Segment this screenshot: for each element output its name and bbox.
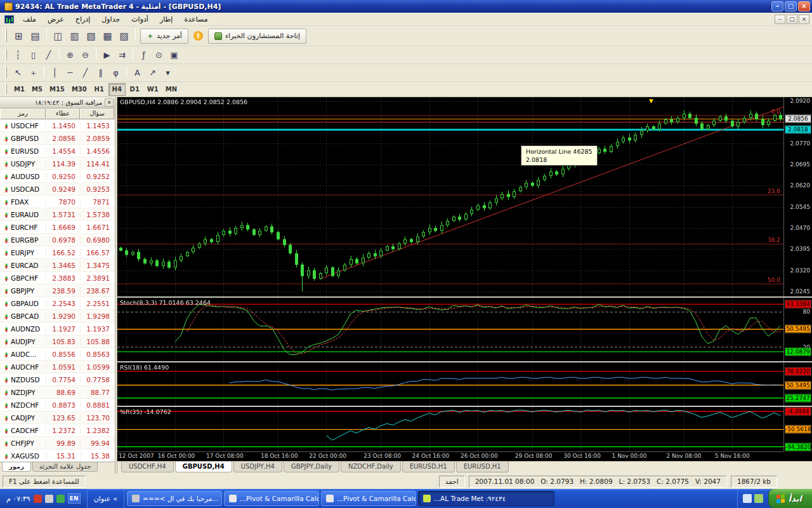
horizontal-line-button[interactable]: ─ — [63, 66, 77, 80]
menu-item-3[interactable]: جداول — [96, 13, 126, 25]
market-watch-row[interactable]: ▲▼EURCAD1.34651.3475 — [0, 259, 115, 272]
timeframe-h1-button[interactable]: H1 — [91, 83, 108, 96]
taskbar-button-0[interactable]: ===< مرحبا بك في ال... — [127, 491, 222, 506]
maximize-button[interactable]: □ — [785, 1, 797, 11]
close-button[interactable]: × — [798, 1, 810, 11]
chart-shift-button[interactable]: ⇉ — [115, 48, 129, 62]
indicators-button[interactable]: ƒ — [136, 48, 151, 62]
market-watch-row[interactable]: ▲▼CADCHF1.23721.2382 — [0, 424, 115, 437]
timeframe-m5-button[interactable]: M5 — [29, 83, 46, 96]
market-watch-close-icon[interactable]: × — [105, 98, 114, 107]
toolbar-grip[interactable] — [5, 50, 7, 61]
market-watch-row[interactable]: ▲▼NZDUSD0.77540.7758 — [0, 373, 115, 386]
quick-launch-icon-1[interactable] — [743, 494, 752, 503]
crosshair-button[interactable]: ＋ — [26, 66, 41, 80]
market-watch-row[interactable]: ▲▼AUDC...0.85560.8563 — [0, 348, 115, 361]
cursor-button[interactable]: ↖ — [11, 66, 25, 80]
market-watch-row[interactable]: ▲▼USDJPY114.39114.41 — [0, 157, 115, 170]
timeframe-h4-button[interactable]: H4 — [108, 83, 126, 96]
market-watch-column-header[interactable]: سؤال — [80, 109, 114, 119]
menu-item-5[interactable]: إطار — [154, 13, 178, 25]
terminal-toggle-button[interactable]: ▦ — [100, 28, 115, 44]
market-watch-row[interactable]: ▲▼XAGUSD15.3115.38 — [0, 450, 115, 462]
chart-tab-1[interactable]: GBPUSD,H4 — [175, 462, 232, 472]
expert-advisors-button[interactable]: إتاحة المستشارون الخبراء — [208, 29, 306, 44]
timeframe-m1-button[interactable]: M1 — [11, 83, 28, 96]
market-watch-row[interactable]: ▲▼GBPJPY238.59238.67 — [0, 284, 115, 297]
strategy-tester-button[interactable]: ▨ — [116, 28, 132, 44]
toolbar-grip[interactable] — [5, 84, 7, 94]
taskbar-button-2[interactable]: ...Pivot & Camarilla Calc — [321, 491, 416, 506]
chart-tab-3[interactable]: GBPJPY,Daily — [284, 462, 339, 472]
market-watch-row[interactable]: ▲▼CADJPY123.65123.70 — [0, 411, 115, 424]
zoom-out-button[interactable]: ⊖ — [78, 48, 93, 62]
market-watch-row[interactable]: ▲▼GBPCAD1.92901.9298 — [0, 310, 115, 323]
market-watch-row[interactable]: ▲▼EURCHF1.66691.6671 — [0, 221, 115, 234]
child-close-button[interactable]: × — [799, 15, 809, 24]
menu-item-1[interactable]: عرض — [42, 13, 70, 25]
market-watch-row[interactable]: ▲▼FDAX78707871 — [0, 196, 115, 208]
time-axis[interactable]: 12 Oct 200716 Oct 00:0017 Oct 08:0018 Oc… — [117, 451, 783, 461]
chart-tab-6[interactable]: EURUSD,H1 — [456, 462, 509, 472]
timeframe-mn-button[interactable]: MN — [162, 83, 180, 96]
navigator-toggle-button[interactable]: ▧ — [83, 28, 99, 44]
main-chart-plot[interactable]: GBPUSD,H4 2.0886 2.0904 2.0852 2.0856 ▼ … — [117, 97, 783, 297]
taskbar-button-3[interactable]: ...AL Trade Met :٩٢٤٣٤ — [418, 491, 554, 506]
line-chart-button[interactable]: ╱ — [41, 48, 56, 62]
rsi-plot[interactable]: RSI(18) 61.4490 — [117, 363, 783, 406]
bar-chart-button[interactable]: ┆ — [11, 48, 25, 62]
market-watch-row[interactable]: ▲▼EURAUD1.57311.5738 — [0, 208, 115, 221]
main-chart-canvas[interactable] — [117, 97, 783, 297]
data-window-button[interactable]: ▥ — [67, 28, 82, 44]
vertical-line-button[interactable]: │ — [48, 66, 62, 80]
periods-button[interactable]: ⊙ — [152, 48, 166, 62]
market-watch-row[interactable]: ▲▼EURUSD1.45541.4556 — [0, 145, 115, 157]
timeframe-w1-button[interactable]: W1 — [144, 83, 162, 96]
market-watch-row[interactable]: ▲▼AUDJPY105.83105.88 — [0, 335, 115, 348]
volume-tray-icon[interactable] — [45, 495, 53, 503]
market-watch-row[interactable]: ▲▼USDCHF1.14501.1453 — [0, 119, 115, 132]
chart-tab-0[interactable]: USDCHF,H4 — [121, 462, 174, 472]
market-watch-column-header[interactable]: عطاء — [46, 109, 80, 119]
market-watch-row[interactable]: ▲▼AUDUSD0.92500.9252 — [0, 170, 115, 183]
market-watch-tab-0[interactable]: رموز — [2, 462, 31, 472]
new-chart-button[interactable]: ⊞ — [11, 28, 27, 44]
zoom-in-button[interactable]: ⊕ — [63, 48, 77, 62]
equidistant-channel-button[interactable]: ∥ — [93, 66, 108, 80]
wpr-plot[interactable]: %R(35) -14.0762 — [117, 407, 783, 451]
menu-item-0[interactable]: ملف — [17, 13, 42, 25]
language-indicator[interactable]: EN — [68, 493, 81, 504]
chart-tab-5[interactable]: EURUSD,H1 — [402, 462, 455, 472]
toolbar-grip[interactable] — [5, 29, 7, 42]
timeframe-m30-button[interactable]: M30 — [69, 83, 90, 96]
trendline-button[interactable]: ╱ — [78, 66, 93, 80]
market-watch-row[interactable]: ▲▼GBPUSD2.08562.0859 — [0, 132, 115, 145]
title-bar[interactable]: 92434: AL Trade MetaTrader 4 - أمثلية - … — [0, 0, 812, 13]
main-chart-scale[interactable]: 2.09202.07702.06952.06202.05452.04702.03… — [783, 97, 812, 297]
candlestick-chart-button[interactable]: ▯ — [26, 48, 41, 62]
timeframe-d1-button[interactable]: D1 — [126, 83, 143, 96]
market-watch-row[interactable]: ▲▼NZDCHF0.88730.8881 — [0, 399, 115, 411]
stoch-scale[interactable]: 93.33848050.54952012.0879 — [783, 298, 812, 361]
menu-item-4[interactable]: أدوات — [126, 13, 154, 25]
williams-r-canvas[interactable] — [117, 407, 783, 451]
templates-button[interactable]: ▣ — [167, 48, 181, 62]
market-watch-column-header[interactable]: رمز — [0, 109, 46, 119]
market-watch-row[interactable]: ▲▼NZDJPY88.6988.77 — [0, 386, 115, 399]
network-tray-icon[interactable] — [56, 495, 65, 503]
quick-launch-icon-2[interactable] — [754, 494, 763, 503]
new-order-button[interactable]: ＋ أمر جديد — [140, 29, 188, 44]
menu-item-2[interactable]: إدراج — [70, 13, 96, 25]
market-watch-tab-1[interactable]: جدول علامة التجزئة — [32, 462, 98, 472]
toolbar-grip[interactable] — [5, 67, 7, 79]
market-watch-row[interactable]: ▲▼GBPCHF2.38832.3891 — [0, 272, 115, 284]
taskbar-button-1[interactable]: ...Pivot & Camarilla Calc — [224, 491, 319, 506]
chart-tab-2[interactable]: USDJPY,H4 — [233, 462, 282, 472]
timeframe-m15-button[interactable]: M15 — [46, 83, 68, 96]
chart-system-icon[interactable] — [4, 15, 14, 23]
market-watch-row[interactable]: ▲▼AUDNZD1.19271.1937 — [0, 323, 115, 335]
market-watch-row[interactable]: ▲▼CHFJPY99.8999.94 — [0, 437, 115, 450]
market-watch-row[interactable]: ▲▼EURJPY166.52166.57 — [0, 246, 115, 259]
profiles-button[interactable]: ▤ — [27, 28, 43, 44]
rsi-canvas[interactable] — [117, 363, 783, 406]
